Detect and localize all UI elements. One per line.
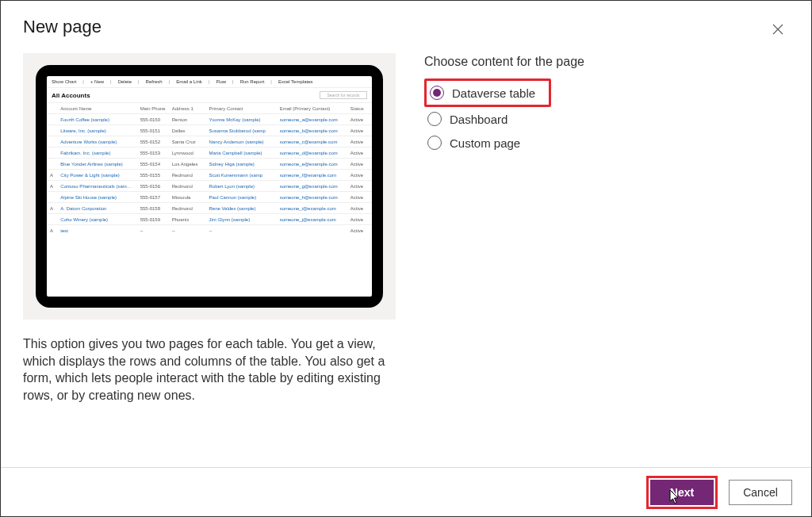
highlight-next: Next [646, 476, 718, 509]
dialog-header: New page [23, 17, 789, 40]
option-label: Dashboard [450, 113, 508, 126]
dialog-body: Show Chart|+ New|Delete|Refresh|Email a … [23, 53, 789, 516]
preview-frame: Show Chart|+ New|Delete|Refresh|Email a … [23, 53, 396, 320]
radio-icon [430, 86, 444, 100]
option-dashboard[interactable]: Dashboard [424, 107, 551, 131]
radio-icon [427, 112, 442, 126]
option-label: Custom page [450, 136, 520, 150]
next-button[interactable]: Next [650, 480, 714, 505]
left-column: Show Chart|+ New|Delete|Refresh|Email a … [23, 53, 396, 516]
option-label: Dataverse table [452, 86, 535, 100]
tablet-mock: Show Chart|+ New|Delete|Refresh|Email a … [36, 65, 383, 308]
new-page-dialog: New page Show Chart|+ New|Delete|Refresh… [0, 0, 812, 517]
content-option-group: Dataverse table Dashboard Custom page [424, 79, 789, 155]
content-choose-label: Choose content for the page [424, 55, 789, 69]
right-column: Choose content for the page Dataverse ta… [424, 53, 789, 516]
cancel-button[interactable]: Cancel [729, 480, 792, 505]
dialog-footer: Next Cancel [1, 467, 811, 516]
close-icon [772, 24, 783, 35]
option-description: This option gives you two pages for each… [23, 335, 396, 404]
preview-heading-row: All Accounts Search for records [47, 88, 372, 102]
option-custom-page[interactable]: Custom page [424, 131, 551, 155]
preview-heading: All Accounts [52, 92, 90, 99]
preview-search: Search for records [320, 91, 367, 99]
tablet-screen: Show Chart|+ New|Delete|Refresh|Email a … [47, 76, 372, 297]
preview-toolbar: Show Chart|+ New|Delete|Refresh|Email a … [47, 76, 372, 88]
option-dataverse-table[interactable]: Dataverse table [424, 79, 551, 107]
close-button[interactable] [767, 18, 789, 40]
radio-icon [427, 136, 442, 150]
preview-table: Account NameMain PhoneAddress 1Primary C… [47, 102, 372, 236]
dialog-title: New page [23, 17, 767, 37]
